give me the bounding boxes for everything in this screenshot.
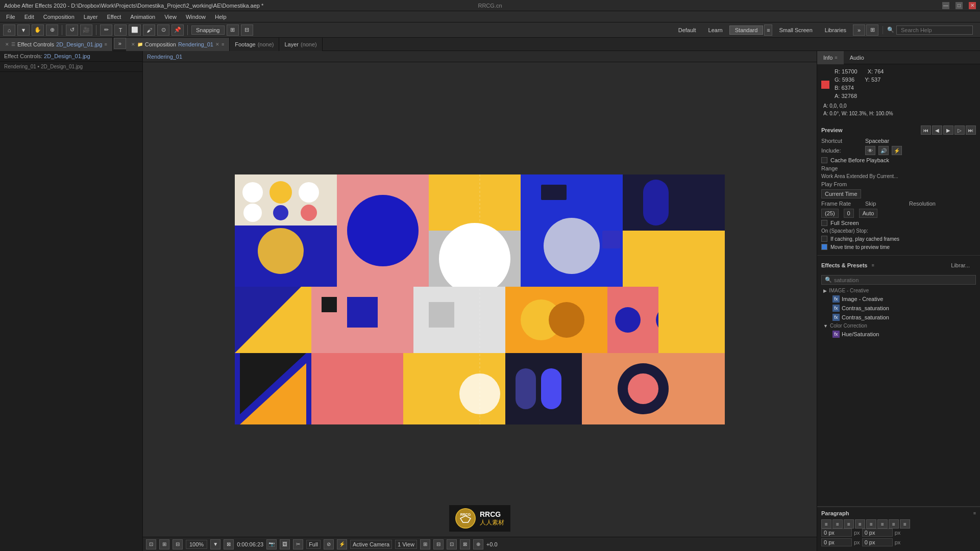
para-indent-right-input[interactable] (862, 529, 893, 537)
preview-resolution-dropdown[interactable]: Auto (859, 209, 878, 218)
preview-include-audio[interactable]: 🔊 (878, 146, 889, 155)
comp-tab-footage[interactable]: Footage (none) (230, 38, 279, 51)
effects-category-image[interactable]: ▶ IMAGE - Creative (821, 287, 976, 294)
snapping-toggle[interactable]: Snapping (191, 26, 225, 35)
brush-tool[interactable]: 🖌 (143, 24, 155, 36)
menu-view[interactable]: View (160, 13, 181, 21)
canvas-area[interactable]: RRCG RRCG 人人素材 (143, 62, 817, 537)
para-indent-left-input[interactable] (821, 529, 852, 537)
preview-cache-checkbox[interactable] (821, 157, 827, 163)
comp-tab-composition[interactable]: ✕ 📁 Composition Rendering_01 ✕ ≡ (126, 38, 230, 51)
panel-tab-options[interactable]: ≡ (104, 42, 107, 47)
preview-include-effects[interactable]: ⚡ (892, 146, 902, 155)
close-button[interactable]: ✕ (969, 2, 976, 9)
view-layout-btn5[interactable]: ⊕ (473, 539, 483, 549)
effects-item-contrast2[interactable]: fx Contras_saturation (821, 313, 976, 322)
preview-skip-dropdown[interactable]: 0 (844, 209, 854, 218)
preview-step-fwd[interactable] (954, 126, 965, 135)
paragraph-menu[interactable]: ≡ (973, 511, 976, 516)
pin-tool[interactable]: 📌 (172, 24, 184, 36)
select-tool[interactable]: ▼ (17, 24, 30, 36)
menu-effect[interactable]: Effect (103, 13, 125, 21)
comp-tab-menu[interactable]: ≡ (222, 42, 224, 47)
transparency-toggle[interactable]: ⊘ (324, 539, 334, 549)
menu-file[interactable]: File (2, 13, 19, 21)
para-align-justify4[interactable]: ≡ (889, 519, 899, 529)
pen-tool[interactable]: ✏ (100, 24, 112, 36)
preview-playfrom-dropdown[interactable]: Current Time (821, 189, 861, 198)
panel-tab-effect-controls[interactable]: ✕ ☰ Effect Controls 2D_Design_01.jpg ≡ (0, 38, 113, 51)
workspace-default[interactable]: Default (673, 26, 702, 35)
view-layout-btn1[interactable]: ⊞ (420, 539, 430, 549)
effects-item-hue-sat[interactable]: fx Hue/Saturation (821, 330, 976, 339)
workspace-standard[interactable]: Standard (729, 26, 764, 35)
view-layout-btn2[interactable]: ⊟ (433, 539, 444, 549)
rotate-tool[interactable]: ↺ (66, 24, 78, 36)
preview-framerate-dropdown[interactable]: (25) (821, 209, 839, 218)
para-align-justify3[interactable]: ≡ (877, 519, 888, 529)
workspace-standard-menu[interactable]: ≡ (764, 24, 772, 36)
menu-window[interactable]: Window (182, 13, 210, 21)
workspace-libraries[interactable]: Libraries (819, 26, 852, 35)
text-tool[interactable]: T (114, 24, 127, 36)
tab-info-menu[interactable]: ≡ (835, 55, 837, 60)
preview-include-video[interactable]: 👁 (865, 146, 875, 155)
tab-audio[interactable]: Audio (844, 51, 870, 64)
snapshot-btn[interactable]: 📷 (266, 539, 277, 549)
para-align-center[interactable]: ≡ (832, 519, 843, 529)
preview-play[interactable] (943, 126, 953, 135)
home-button[interactable]: ⌂ (3, 24, 15, 36)
para-align-justify2[interactable]: ≡ (866, 519, 876, 529)
para-align-justify[interactable]: ≡ (855, 519, 865, 529)
view-count-dropdown[interactable]: 1 View (395, 540, 417, 549)
show-snapshot-btn[interactable]: 🖼 (280, 539, 290, 549)
view-layout-btn3[interactable]: ⊡ (447, 539, 457, 549)
panel-icon-close[interactable]: ✕ (5, 42, 9, 47)
para-align-left[interactable]: ≡ (821, 519, 831, 529)
fast-preview-toggle[interactable]: ⚡ (337, 539, 347, 549)
preview-step-back[interactable] (932, 126, 942, 135)
zoom-dropdown[interactable]: ▼ (210, 539, 220, 549)
effects-library-tab[interactable]: Librar... (945, 259, 976, 272)
menu-help[interactable]: Help (211, 13, 231, 21)
view-layout-btn4[interactable]: ⊠ (460, 539, 470, 549)
workspace-learn[interactable]: Learn (703, 26, 728, 35)
snap-icon2[interactable]: ⊟ (241, 24, 253, 36)
effects-item-contrast1[interactable]: fx Contras_saturation (821, 304, 976, 313)
comp-tab-close[interactable]: ✕ (131, 42, 135, 47)
comp-tab-layer[interactable]: Layer (none) (279, 38, 322, 51)
workspace-small-screen[interactable]: Small Screen (773, 26, 818, 35)
canvas-view-icon[interactable]: ⊡ (146, 539, 156, 549)
preview-cacheframes-checkbox[interactable] (821, 236, 827, 242)
panel-icon-menu[interactable]: ☰ (11, 42, 15, 47)
search-help-input[interactable] (896, 26, 973, 35)
effects-search-input[interactable] (834, 277, 972, 283)
canvas-safe-zones[interactable]: ⊟ (173, 539, 183, 549)
effects-menu[interactable]: ≡ (872, 263, 874, 268)
zoom-level[interactable]: 100% (186, 540, 207, 549)
panel-expand[interactable]: » (114, 38, 126, 49)
menu-composition[interactable]: Composition (39, 13, 79, 21)
para-align-distribute[interactable]: ≡ (900, 519, 910, 529)
quality-dropdown[interactable]: Full (306, 540, 321, 549)
shape-tool[interactable]: ⬜ (129, 24, 141, 36)
para-space-after-input[interactable] (862, 538, 893, 546)
zoom-tool[interactable]: ⊕ (46, 24, 58, 36)
menu-layer[interactable]: Layer (80, 13, 102, 21)
preview-fullscreen-checkbox[interactable] (821, 220, 827, 226)
camera-tool[interactable]: 🎥 (80, 24, 92, 36)
workspace-overflow[interactable]: » (853, 24, 865, 36)
para-align-right[interactable]: ≡ (844, 519, 854, 529)
preview-skip-back[interactable] (921, 126, 931, 135)
canvas-grid-toggle[interactable]: ⊞ (159, 539, 169, 549)
menu-animation[interactable]: Animation (126, 13, 159, 21)
effects-item-image-creative[interactable]: fx Image - Creative (821, 294, 976, 304)
preview-skip-fwd[interactable] (966, 126, 976, 135)
effects-category-color[interactable]: ▼ Color Correction (821, 322, 976, 330)
comp-tab-x[interactable]: ✕ (215, 42, 219, 47)
stamp-tool[interactable]: ⊙ (157, 24, 169, 36)
preview-movetime-checkbox[interactable] (821, 244, 827, 250)
tab-info[interactable]: Info ≡ (817, 51, 844, 64)
maximize-button[interactable]: □ (955, 2, 963, 9)
hand-tool[interactable]: ✋ (32, 24, 44, 36)
